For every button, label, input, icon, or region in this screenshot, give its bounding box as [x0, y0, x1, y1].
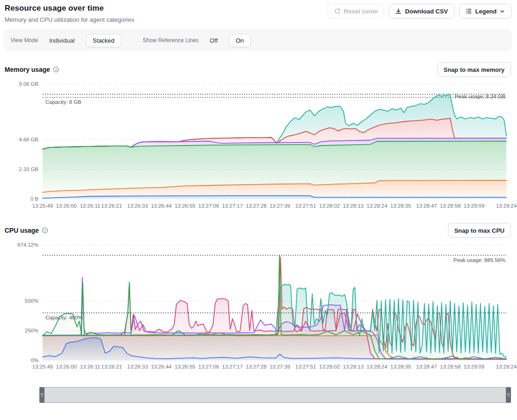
- memory-heading: Memory usage: [5, 66, 50, 73]
- svg-text:250%: 250%: [25, 328, 38, 333]
- brush-handle-right[interactable]: [506, 387, 511, 403]
- svg-text:13:29:24: 13:29:24: [496, 364, 517, 369]
- page-header: Resource usage over time Memory and CPU …: [0, 0, 517, 23]
- svg-text:0%: 0%: [31, 357, 38, 363]
- svg-text:13:29:24: 13:29:24: [496, 203, 517, 209]
- header-actions: Reset zoom Download CSV Legend: [328, 4, 511, 19]
- refresh-icon: [334, 8, 340, 14]
- memory-section-title: Memory usage: [5, 66, 59, 73]
- svg-text:13:25:49: 13:25:49: [32, 364, 53, 369]
- legend-label: Legend: [475, 8, 497, 15]
- svg-text:500%: 500%: [25, 298, 38, 304]
- svg-text:13:27:28: 13:27:28: [246, 364, 267, 369]
- svg-text:13:29:09: 13:29:09: [464, 364, 485, 369]
- time-range-brush: [39, 387, 511, 403]
- svg-text:13:26:00: 13:26:00: [56, 203, 77, 209]
- svg-text:Capacity: 400%: Capacity: 400%: [45, 315, 83, 320]
- svg-text:13:26:44: 13:26:44: [151, 203, 172, 209]
- svg-text:13:27:17: 13:27:17: [222, 203, 243, 209]
- svg-text:13:28:35: 13:28:35: [391, 364, 411, 369]
- cpu-chart-svg[interactable]: 974.12%500%250%0%13:25:4913:26:0013:26:1…: [0, 239, 517, 371]
- reset-zoom-label: Reset zoom: [344, 8, 378, 15]
- svg-text:13:27:06: 13:27:06: [198, 364, 219, 369]
- cpu-heading: CPU usage: [5, 227, 39, 234]
- svg-text:9.06 GB: 9.06 GB: [19, 81, 39, 87]
- svg-text:13:29:09: 13:29:09: [464, 203, 485, 209]
- reset-zoom-button[interactable]: Reset zoom: [328, 4, 384, 19]
- svg-text:13:26:33: 13:26:33: [127, 364, 148, 369]
- svg-text:13:27:51: 13:27:51: [296, 364, 316, 369]
- memory-section-header: Memory usage Snap to max memory: [0, 62, 517, 77]
- info-icon[interactable]: [53, 66, 59, 73]
- svg-text:13:26:44: 13:26:44: [151, 364, 172, 369]
- download-csv-label: Download CSV: [405, 8, 448, 15]
- svg-text:13:28:13: 13:28:13: [343, 203, 364, 209]
- svg-text:13:25:49: 13:25:49: [32, 203, 53, 209]
- svg-text:13:28:58: 13:28:58: [440, 364, 461, 369]
- svg-text:13:27:39: 13:27:39: [270, 203, 290, 209]
- svg-text:13:28:24: 13:28:24: [366, 364, 387, 369]
- svg-text:13:26:33: 13:26:33: [127, 203, 148, 209]
- svg-text:13:26:11: 13:26:11: [80, 203, 100, 209]
- svg-text:13:27:28: 13:27:28: [246, 203, 267, 209]
- svg-text:13:27:17: 13:27:17: [222, 364, 243, 369]
- svg-text:13:26:11: 13:26:11: [80, 364, 100, 369]
- svg-text:13:28:02: 13:28:02: [319, 203, 340, 209]
- info-icon[interactable]: [42, 227, 48, 234]
- svg-text:13:26:00: 13:26:00: [56, 364, 77, 369]
- header-titles: Resource usage over time Memory and CPU …: [5, 4, 134, 23]
- svg-text:13:27:51: 13:27:51: [296, 203, 316, 209]
- show-reference-lines-label: Show Reference Lines: [143, 37, 199, 44]
- svg-text:13:28:35: 13:28:35: [391, 203, 411, 209]
- svg-text:Peak usage: 885.56%: Peak usage: 885.56%: [453, 257, 505, 263]
- brush-handle-left[interactable]: [39, 387, 44, 403]
- svg-text:13:26:21: 13:26:21: [101, 203, 122, 209]
- svg-text:13:28:24: 13:28:24: [366, 203, 387, 209]
- view-mode-label: View Mode: [11, 37, 38, 44]
- snap-to-max-cpu-button[interactable]: Snap to max CPU: [448, 223, 511, 238]
- memory-chart-svg[interactable]: 9.06 GB4.66 GB2.33 GB0 B13:25:4913:26:00…: [0, 78, 517, 210]
- svg-text:13:28:47: 13:28:47: [416, 364, 437, 369]
- svg-text:Capacity: 8 GB: Capacity: 8 GB: [45, 99, 82, 105]
- legend-button[interactable]: Legend: [459, 4, 511, 19]
- svg-text:13:28:58: 13:28:58: [440, 203, 461, 209]
- svg-text:2.33 GB: 2.33 GB: [19, 166, 39, 172]
- view-mode-individual-option[interactable]: Individual: [44, 34, 79, 47]
- svg-text:13:27:39: 13:27:39: [270, 364, 290, 369]
- svg-text:0 B: 0 B: [31, 196, 39, 202]
- svg-text:13:26:55: 13:26:55: [175, 364, 195, 369]
- controls-bar: View Mode Individual Stacked Show Refere…: [4, 30, 511, 51]
- svg-text:Peak usage: 8.24 GB: Peak usage: 8.24 GB: [455, 94, 506, 99]
- svg-text:13:28:47: 13:28:47: [416, 203, 437, 209]
- cpu-section-title: CPU usage: [5, 227, 48, 234]
- chevron-down-icon: [500, 9, 505, 14]
- snap-to-max-memory-button[interactable]: Snap to max memory: [437, 62, 511, 77]
- svg-text:13:27:06: 13:27:06: [198, 203, 219, 209]
- page-title: Resource usage over time: [5, 4, 134, 13]
- svg-text:13:26:21: 13:26:21: [101, 364, 122, 369]
- svg-text:13:26:55: 13:26:55: [175, 203, 195, 209]
- svg-text:13:28:13: 13:28:13: [343, 364, 364, 369]
- cpu-section-header: CPU usage Snap to max CPU: [0, 223, 517, 238]
- svg-text:974.12%: 974.12%: [18, 242, 38, 248]
- brush-track[interactable]: [39, 387, 511, 403]
- page-subtitle: Memory and CPU utilization for agent cat…: [5, 16, 134, 23]
- reference-lines-off-option[interactable]: Off: [205, 34, 222, 47]
- view-mode-stacked-option[interactable]: Stacked: [86, 34, 121, 47]
- list-icon: [466, 8, 472, 14]
- download-csv-button[interactable]: Download CSV: [389, 4, 454, 19]
- svg-text:13:28:02: 13:28:02: [319, 364, 340, 369]
- reference-lines-on-option[interactable]: On: [229, 34, 251, 47]
- svg-text:4.66 GB: 4.66 GB: [19, 137, 39, 142]
- download-icon: [395, 8, 402, 14]
